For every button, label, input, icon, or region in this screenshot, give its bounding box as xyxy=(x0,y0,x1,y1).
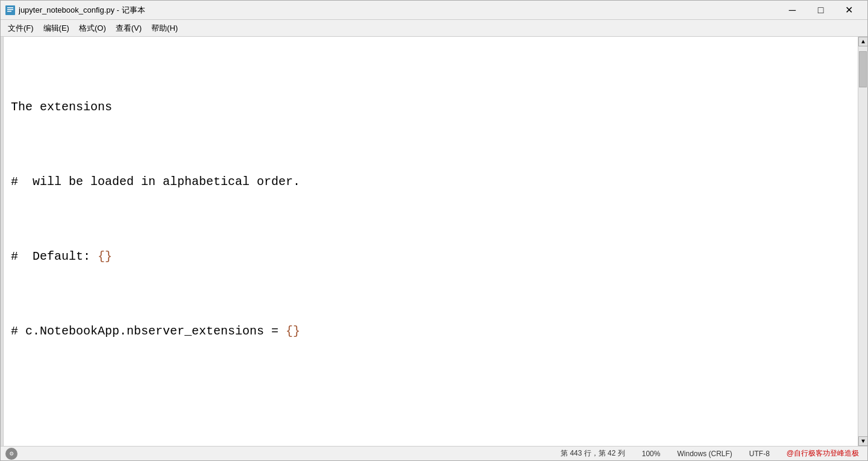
status-bar: ⚙ 第 443 行，第 42 列 100% Windows (CRLF) UTF… xyxy=(1,446,867,460)
zoom-level: 100% xyxy=(638,450,664,458)
vertical-scrollbar[interactable]: ▲ ▼ xyxy=(858,37,867,446)
code-line-4: # c.NotebookApp.nbserver_extensions = {} xyxy=(11,322,851,340)
scroll-track[interactable] xyxy=(858,46,867,436)
svg-rect-3 xyxy=(7,11,11,12)
text-editor[interactable]: The extensions # will be loaded in alpha… xyxy=(4,37,858,446)
line-ending: Windows (CRLF) xyxy=(673,450,735,458)
app-icon xyxy=(5,5,15,15)
cursor-position: 第 443 行，第 42 列 xyxy=(557,448,629,459)
code-content: The extensions # will be loaded in alpha… xyxy=(11,42,851,446)
window-controls: ─ □ ✕ xyxy=(779,1,863,20)
encoding: UTF-8 xyxy=(746,450,773,458)
code-line-1: The extensions xyxy=(11,98,851,116)
minimize-button[interactable]: ─ xyxy=(779,1,806,20)
svg-rect-1 xyxy=(7,7,13,8)
code-line-3: # Default: {} xyxy=(11,247,851,266)
svg-rect-2 xyxy=(7,9,13,10)
close-button[interactable]: ✕ xyxy=(835,1,863,20)
code-line-2: # will be loaded in alphabetical order. xyxy=(11,172,851,191)
maximize-button[interactable]: □ xyxy=(807,1,834,20)
menu-format[interactable]: 格式(O) xyxy=(74,22,111,35)
editor-area: The extensions # will be loaded in alpha… xyxy=(1,37,867,446)
status-right: 第 443 行，第 42 列 100% Windows (CRLF) UTF-8… xyxy=(557,448,863,459)
window-title: jupyter_notebook_config.py - 记事本 xyxy=(19,5,779,16)
svg-rect-0 xyxy=(5,5,15,15)
menu-help[interactable]: 帮助(H) xyxy=(146,22,183,35)
menu-bar: 文件(F) 编辑(E) 格式(O) 查看(V) 帮助(H) xyxy=(1,20,867,37)
brown-text-1: {} xyxy=(98,249,112,263)
title-bar: jupyter_notebook_config.py - 记事本 ─ □ ✕ xyxy=(1,1,867,20)
scroll-up-button[interactable]: ▲ xyxy=(858,37,867,46)
menu-view[interactable]: 查看(V) xyxy=(111,22,146,35)
brown-text-2: {} xyxy=(286,324,300,338)
status-icon: ⚙ xyxy=(5,448,17,460)
notepad-window: jupyter_notebook_config.py - 记事本 ─ □ ✕ 文… xyxy=(0,0,868,461)
status-left: ⚙ xyxy=(5,448,557,460)
menu-file[interactable]: 文件(F) xyxy=(3,22,39,35)
scroll-down-button[interactable]: ▼ xyxy=(858,436,867,446)
code-line-5 xyxy=(11,397,851,415)
csdn-watermark: @自行极客功登峰造极 xyxy=(783,448,863,459)
scroll-thumb[interactable] xyxy=(859,51,867,87)
menu-edit[interactable]: 编辑(E) xyxy=(39,22,74,35)
